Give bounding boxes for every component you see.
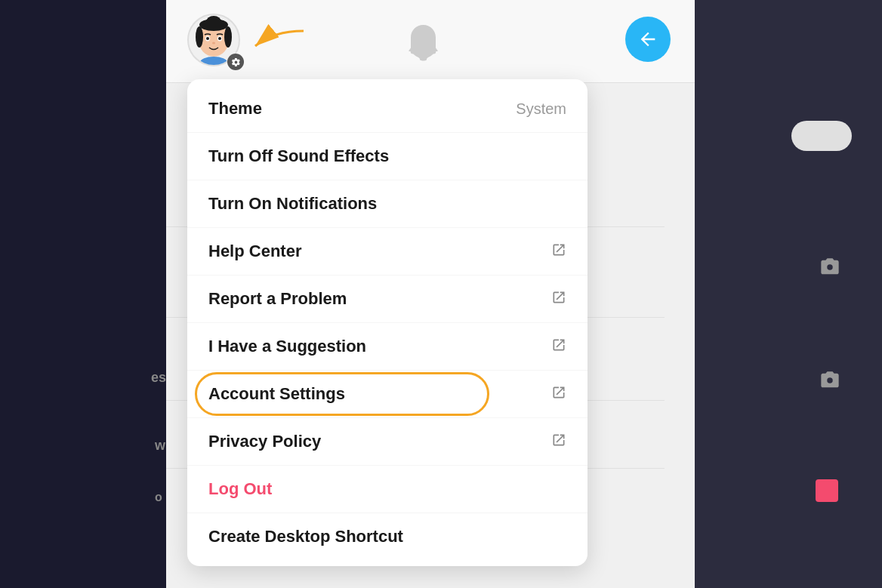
menu-item-label: Turn On Notifications [208,194,377,214]
avatar-button[interactable] [187,14,244,70]
camera-icon-2 [819,370,840,396]
svg-point-11 [200,57,227,65]
arrow-indicator [249,21,310,59]
menu-item-right-content [551,290,566,309]
menu-item-label: Create Desktop Shortcut [208,527,403,546]
camera-icon-1 [819,257,840,282]
svg-point-5 [199,19,228,31]
right-sidebar-bg [695,0,882,588]
menu-item-label: Turn Off Sound Effects [208,146,389,166]
gear-badge [227,54,244,70]
svg-point-9 [218,37,221,40]
sidebar-text-3: o [155,491,162,504]
menu-item-log-out[interactable]: Log Out [187,466,587,513]
menu-item-label: Privacy Policy [208,432,321,451]
menu-item-label: Log Out [208,479,272,499]
menu-item-label: I Have a Suggestion [208,337,366,356]
blue-action-button[interactable] [625,17,671,62]
menu-item-label: Help Center [208,242,301,261]
menu-item-help-center[interactable]: Help Center [187,228,587,276]
red-square-indicator [816,479,838,502]
menu-item-theme[interactable]: ThemeSystem [187,85,587,133]
toggle-switch[interactable] [791,121,852,151]
menu-item-report-a-problem[interactable]: Report a Problem [187,276,587,323]
menu-item-create-desktop-shortcut[interactable]: Create Desktop Shortcut [187,513,587,560]
menu-item-account-settings[interactable]: Account Settings [187,371,587,418]
svg-point-10 [212,42,215,44]
menu-item-right-content: System [516,100,566,118]
menu-item-label: Account Settings [208,384,345,404]
menu-item-label: Theme [208,99,262,119]
sidebar-text-1: es [151,370,166,386]
menu-item-label: Report a Problem [208,289,347,309]
menu-item-privacy-policy[interactable]: Privacy Policy [187,418,587,466]
menu-item-right-content [551,337,566,356]
menu-item-right-content [551,242,566,261]
menu-item-turn-off-sound-effects[interactable]: Turn Off Sound Effects [187,133,587,180]
sidebar-text-2: w [155,438,165,454]
svg-point-3 [196,26,203,48]
settings-dropdown: ThemeSystemTurn Off Sound EffectsTurn On… [187,79,587,566]
left-sidebar-bg [0,0,166,588]
menu-item-i-have-a-suggestion[interactable]: I Have a Suggestion [187,323,587,371]
menu-item-turn-on-notifications[interactable]: Turn On Notifications [187,180,587,228]
svg-point-4 [224,26,232,48]
menu-item-right-content [551,385,566,404]
snapchat-ghost-icon [400,19,446,64]
svg-point-8 [206,37,209,40]
menu-item-right-content [551,433,566,451]
